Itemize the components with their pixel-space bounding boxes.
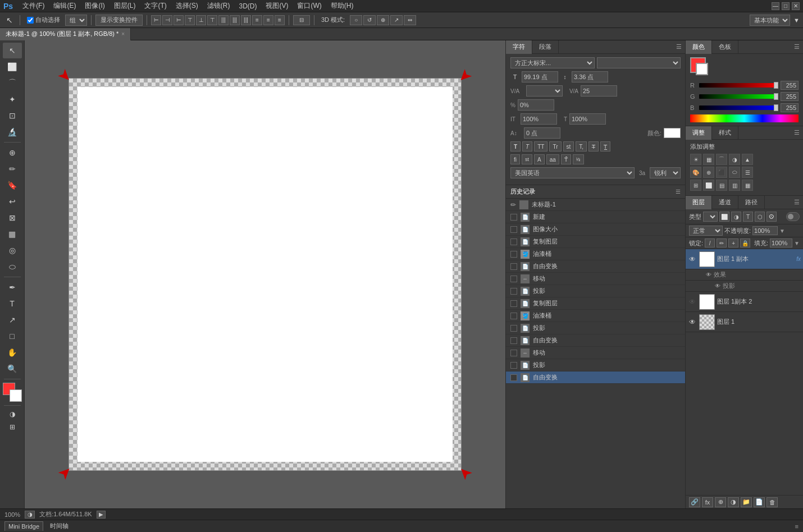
r-value-input[interactable] [781, 81, 799, 90]
bg-color-box[interactable] [696, 63, 708, 75]
dist-bottom[interactable]: ≡ [275, 15, 285, 25]
b-value-input[interactable] [781, 103, 799, 112]
align-left[interactable]: ⊢ [151, 15, 161, 25]
menu-edit[interactable]: 编辑(E) [49, 0, 80, 12]
style-st2[interactable]: st [522, 154, 532, 164]
maximize-btn[interactable]: □ [782, 2, 790, 10]
mini-bridge-tab[interactable]: Mini Bridge [4, 521, 43, 531]
style-aa[interactable]: A [534, 154, 545, 164]
tool-path-select[interactable]: ↗ [3, 312, 22, 328]
tab-character[interactable]: 字符 [506, 40, 532, 54]
tool-zoom[interactable]: 🔍 [3, 361, 22, 377]
filter-icon-2[interactable]: ◑ [731, 212, 741, 222]
dist-right[interactable]: ||| [241, 15, 251, 25]
menu-view[interactable]: 视图(V) [262, 0, 292, 12]
auto-select-type[interactable]: 组 [65, 15, 87, 26]
history-item-6[interactable]: 📄 投影 [506, 285, 685, 297]
shadow-eye-icon[interactable]: 👁 [715, 283, 720, 289]
menu-layer[interactable]: 图层(L) [110, 0, 140, 12]
menu-filter[interactable]: 滤镜(R) [203, 0, 234, 12]
tool-lasso[interactable]: ⌒ [3, 75, 22, 91]
menu-3d[interactable]: 3D(D) [235, 1, 261, 11]
layer-visibility-0[interactable]: 👁 [688, 255, 697, 264]
style-sup-tr[interactable]: Tr [549, 141, 561, 152]
opacity-input[interactable] [752, 226, 778, 235]
align-right[interactable]: ⊢ [174, 15, 184, 25]
adj-btn-levels[interactable]: ▦ [703, 154, 714, 165]
filter-icon-5[interactable]: ⭙ [766, 212, 777, 222]
history-item-1[interactable]: 📄 图像大小 [506, 223, 685, 236]
adj-btn-gradient-map[interactable]: ▦ [742, 180, 753, 191]
adj-btn-hsl[interactable]: 🎨 [690, 167, 701, 178]
tool-quick-mask[interactable]: ◑ [3, 408, 22, 420]
menu-text[interactable]: 文字(T) [140, 0, 170, 12]
layer-visibility-2[interactable]: 👁 [688, 318, 697, 327]
workspace-expand[interactable]: ▼ [793, 17, 800, 24]
align-bottom[interactable]: ⊤ [207, 15, 217, 25]
layer-visibility-1[interactable]: 👁 [688, 297, 697, 306]
dist-center-v[interactable]: ≡ [263, 15, 273, 25]
style-strikethrough[interactable]: T̶ [588, 141, 599, 152]
align-top[interactable]: ⊤ [185, 15, 195, 25]
tool-move[interactable]: ↖ [3, 43, 22, 58]
history-item-8[interactable]: 🪣 油漆桶 [506, 310, 685, 322]
filter-icon-3[interactable]: T [743, 212, 753, 222]
tool-magic-wand[interactable]: ✦ [3, 91, 22, 107]
color-spectrum[interactable] [690, 114, 799, 122]
fill-arrow[interactable]: ▼ [794, 240, 800, 246]
mini-bridge-menu-icon[interactable]: ≡ [795, 523, 799, 530]
tab-paths[interactable]: 路径 [738, 196, 765, 209]
style-fi[interactable]: fi [510, 154, 520, 164]
3d-btn-5[interactable]: ⇔ [404, 15, 416, 25]
b-slider[interactable] [699, 106, 778, 110]
move-tool-arrow[interactable]: ↖ [3, 15, 16, 26]
adj-btn-invert[interactable]: ⬜ [703, 180, 714, 191]
tab-paragraph[interactable]: 段落 [532, 40, 559, 54]
tab-color[interactable]: 颜色 [686, 40, 712, 54]
adj-btn-posterize[interactable]: ▤ [716, 180, 727, 191]
history-item-13[interactable]: 📄 自由变换 [506, 372, 685, 384]
color-swatch[interactable] [3, 383, 22, 402]
menu-help[interactable]: 帮助(H) [327, 0, 358, 12]
style-italic[interactable]: T [522, 141, 532, 152]
3d-btn-2[interactable]: ↺ [363, 15, 376, 25]
auto-select-check[interactable]: 自动选择 [24, 15, 63, 25]
align-center-v[interactable]: ⊥ [196, 15, 206, 25]
history-item-7[interactable]: 📄 复制图层 [506, 297, 685, 310]
filter-icon-1[interactable]: ⬜ [719, 212, 729, 222]
fill-input[interactable] [770, 239, 792, 247]
timeline-tab[interactable]: 时间轴 [47, 521, 72, 531]
font-style-select[interactable] [597, 57, 681, 68]
zoom-quick-mask[interactable]: ◑ [25, 511, 35, 519]
lock-all[interactable]: 🔒 [740, 239, 750, 247]
3d-btn-3[interactable]: ⊕ [377, 15, 389, 25]
tab-adjustments[interactable]: 调整 [686, 126, 712, 140]
adj-btn-vibrance[interactable]: ▲ [742, 154, 753, 165]
adj-btn-exposure[interactable]: ◑ [729, 154, 740, 165]
effect-eye-icon[interactable]: 👁 [706, 272, 711, 278]
r-slider[interactable] [699, 83, 778, 88]
minimize-btn[interactable]: — [772, 2, 779, 10]
align-center-h[interactable]: ⊣ [162, 15, 172, 25]
style-caps[interactable]: T̄ [561, 154, 571, 164]
filter-toggle[interactable] [786, 212, 800, 221]
tracking-input[interactable] [581, 85, 617, 97]
history-item-2[interactable]: 📄 复制图层 [506, 236, 685, 248]
color-panel-menu[interactable]: ☰ [794, 43, 803, 51]
tool-healing[interactable]: ⊕ [3, 145, 22, 160]
doc-size-expand[interactable]: ▶ [97, 511, 106, 519]
history-item-3[interactable]: 🪣 油漆桶 [506, 248, 685, 260]
layer-filter-select[interactable] [703, 212, 718, 222]
tab-styles[interactable]: 样式 [712, 126, 738, 140]
tool-shape[interactable]: □ [3, 328, 22, 344]
doc-tab-close[interactable]: × [121, 31, 125, 37]
history-item-11[interactable]: ↔ 移动 [506, 347, 685, 359]
dist-center-h[interactable]: ||| [230, 15, 240, 25]
adj-btn-channel-mixer[interactable]: ☰ [742, 167, 753, 178]
layer-row-1[interactable]: 👁 图层 1副本 2 [686, 292, 803, 312]
adj-btn-colorlookup[interactable]: ⊞ [690, 180, 701, 191]
doc-tab-active[interactable]: 未标题-1 @ 100% (图层 1 副本, RGB/8) * × [0, 28, 131, 40]
filter-icon-4[interactable]: ⬡ [755, 212, 765, 222]
menu-image[interactable]: 图像(I) [81, 0, 108, 12]
baseline-input[interactable] [524, 127, 560, 139]
